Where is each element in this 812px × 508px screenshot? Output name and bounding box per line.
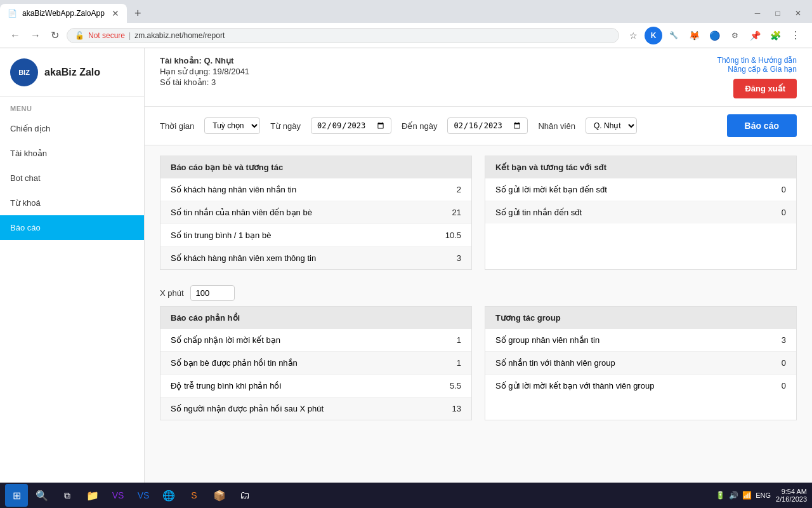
to-label: Đến ngày: [402, 121, 437, 131]
filter-bar: Thời gian Tuỳ chọn Từ ngày Đến ngày Nhân…: [145, 107, 812, 145]
sidebar-item-tai-khoan[interactable]: Tài khoản: [0, 141, 144, 166]
app-button1[interactable]: 📦: [208, 484, 231, 507]
extension-icon2[interactable]: 🦊: [685, 27, 703, 44]
friends-report-title: Báo cáo bạn bè và tương tác: [160, 156, 471, 178]
address-bar[interactable]: 🔓 Not secure | zm.akabiz.net/home/report: [67, 28, 619, 43]
address-text: zm.akabiz.net/home/report: [134, 31, 611, 40]
minimize-button[interactable]: ─: [749, 4, 766, 22]
phone-report-section: Kết bạn và tương tác với sđt Số gửi lời …: [485, 156, 797, 270]
sidebar-item-chien-dich[interactable]: Chiến dịch: [0, 116, 144, 141]
tab-bar: 📄 akaBizWebApp.ZaloApp ✕ + ─ □ ✕: [0, 0, 812, 23]
tray-icon2[interactable]: 🔊: [729, 491, 738, 500]
report-content: Báo cáo bạn bè và tương tác Số khách hàn…: [145, 145, 812, 431]
employee-select[interactable]: Q. Nhụt: [586, 117, 637, 134]
to-date-input[interactable]: [447, 117, 528, 134]
extension-icon5[interactable]: 📌: [746, 27, 764, 44]
calendar-date: 2/16/2023: [776, 495, 807, 503]
account-name: Tài khoản: Q. Nhụt: [160, 56, 249, 65]
report-button[interactable]: Báo cáo: [727, 114, 797, 137]
browser-toolbar: ☆ K 🔧 🦊 🔵 ⚙ 📌 🧩 ⋮: [624, 27, 804, 44]
sidebar-item-bao-cao[interactable]: Báo cáo: [0, 215, 144, 240]
sidebar-item-bot-chat[interactable]: Bot chat: [0, 166, 144, 190]
bookmark-star-icon[interactable]: ☆: [624, 27, 642, 44]
table-row: Số khách hàng nhân viên nhắn tin 2: [160, 178, 471, 201]
table-row: Số bạn bè được phản hồi tin nhắn 1: [160, 352, 471, 375]
friends-report-section: Báo cáo bạn bè và tương tác Số khách hàn…: [160, 156, 472, 270]
app-name: akaBiz Zalo: [44, 67, 100, 78]
extension-icon3[interactable]: 🔵: [705, 27, 723, 44]
back-button[interactable]: ←: [8, 29, 23, 43]
time-select[interactable]: Tuỳ chọn: [204, 117, 260, 134]
vscode-button[interactable]: VS: [132, 484, 155, 507]
visualstudio-button[interactable]: VS: [107, 484, 129, 507]
extension-icon4[interactable]: ⚙: [726, 27, 743, 44]
phone-report-title: Kết bạn và tương tác với sđt: [485, 156, 796, 178]
extension-icon1[interactable]: 🔧: [665, 27, 683, 44]
sidebar-item-tu-khoa[interactable]: Từ khoá: [0, 190, 144, 215]
app-button2[interactable]: 🗂: [233, 484, 256, 507]
header-actions: Thông tin & Hướng dẫn Nâng cấp & Gia hạn…: [717, 56, 797, 98]
table-row: Số gửi lời mời kết bạn với thành viên gr…: [485, 375, 796, 397]
active-tab[interactable]: 📄 akaBizWebApp.ZaloApp ✕: [0, 4, 127, 23]
from-label: Từ ngày: [270, 121, 301, 131]
x-phut-row: X phút: [160, 280, 797, 306]
taskbar: ⊞ 🔍 ⧉ 📁 VS VS 🌐 S 📦 🗂 🔋 🔊 📶 ENG 9:54 AM …: [0, 483, 812, 508]
profile-icon[interactable]: K: [645, 27, 662, 44]
account-count: Số tài khoản: 3: [160, 77, 249, 87]
time-label: Thời gian: [160, 121, 194, 131]
header: Tài khoản: Q. Nhụt Hạn sử dụng: 19/8/204…: [145, 48, 812, 107]
table-row: Số gửi tin nhắn đến sđt 0: [485, 201, 796, 224]
table-row: Số gửi lời mời kết bạn đến sđt 0: [485, 178, 796, 201]
logo-area: BIZ akaBiz Zalo: [0, 48, 144, 97]
info-link1[interactable]: Thông tin & Hướng dẫn: [717, 56, 797, 65]
group-report-section: Tương tác group Số group nhân viên nhắn …: [485, 306, 797, 420]
x-phut-label: X phút: [160, 288, 184, 298]
app-container: BIZ akaBiz Zalo MENU Chiến dịch Tài khoả…: [0, 48, 812, 508]
sidebar: BIZ akaBiz Zalo MENU Chiến dịch Tài khoả…: [0, 48, 145, 508]
browser-chrome: 📄 akaBizWebApp.ZaloApp ✕ + ─ □ ✕ ← → ↻ 🔓…: [0, 0, 812, 48]
start-button[interactable]: ⊞: [5, 484, 28, 507]
menu-label: MENU: [0, 97, 144, 116]
taskbar-right: 🔋 🔊 📶 ENG 9:54 AM 2/16/2023: [716, 488, 807, 503]
feedback-report-section: Báo cáo phản hồi Số chấp nhận lời mời kế…: [160, 306, 472, 420]
group-report-title: Tương tác group: [485, 307, 796, 329]
logout-button[interactable]: Đăng xuất: [733, 79, 797, 98]
not-secure-label: Not secure: [88, 31, 125, 40]
from-date-input[interactable]: [311, 117, 391, 134]
browser-controls: ← → ↻ 🔓 Not secure | zm.akabiz.net/home/…: [0, 23, 812, 48]
chrome-button[interactable]: 🌐: [157, 484, 180, 507]
x-phut-input[interactable]: [190, 285, 235, 301]
forward-button[interactable]: →: [28, 29, 43, 43]
system-tray: 🔋 🔊 📶 ENG: [716, 491, 771, 500]
table-row: Số khách hàng nhân viên xem thông tin 3: [160, 247, 471, 269]
info-links: Thông tin & Hướng dẫn Nâng cấp & Gia hạn: [717, 56, 797, 74]
stackexchange-button[interactable]: S: [183, 484, 206, 507]
restore-button[interactable]: □: [769, 4, 787, 22]
refresh-button[interactable]: ↻: [48, 28, 62, 43]
table-row: Số chấp nhận lời mời kết bạn 1: [160, 329, 471, 352]
tray-icon3[interactable]: 📶: [742, 491, 752, 500]
task-view-button[interactable]: ⧉: [56, 484, 79, 507]
new-tab-button[interactable]: +: [127, 7, 149, 20]
table-row: Số tin trung bình / 1 bạn bè 10.5: [160, 224, 471, 247]
extensions-button[interactable]: 🧩: [766, 27, 784, 44]
expiry-date: Hạn sử dụng: 19/8/2041: [160, 67, 249, 76]
clock: 9:54 AM: [776, 488, 807, 495]
search-taskbar-button[interactable]: 🔍: [30, 484, 53, 507]
bottom-report-grid: Báo cáo phản hồi Số chấp nhận lời mời kế…: [160, 306, 797, 420]
tray-icon1[interactable]: 🔋: [716, 491, 725, 500]
upgrade-link[interactable]: Nâng cấp & Gia hạn: [717, 65, 797, 74]
explorer-button[interactable]: 📁: [81, 484, 104, 507]
menu-button[interactable]: ⋮: [787, 27, 804, 44]
top-report-grid: Báo cáo bạn bè và tương tác Số khách hàn…: [160, 156, 797, 270]
main-content: Tài khoản: Q. Nhụt Hạn sử dụng: 19/8/204…: [145, 48, 812, 508]
tab-close-button[interactable]: ✕: [112, 8, 119, 18]
table-row: Số nhắn tin với thành viên group 0: [485, 352, 796, 375]
security-icon: 🔓: [75, 31, 84, 40]
feedback-report-title: Báo cáo phản hồi: [160, 307, 471, 329]
lang-label[interactable]: ENG: [756, 491, 771, 499]
time-display: 9:54 AM 2/16/2023: [776, 488, 807, 503]
close-window-button[interactable]: ✕: [789, 4, 807, 22]
table-row: Số group nhân viên nhắn tin 3: [485, 329, 796, 352]
employee-label: Nhân viên: [538, 121, 575, 131]
